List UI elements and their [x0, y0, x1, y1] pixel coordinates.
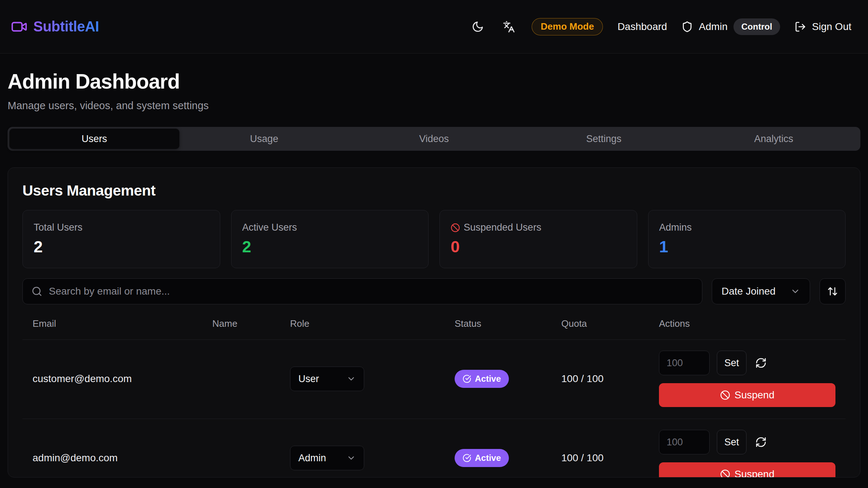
refresh-quota-button[interactable]	[754, 435, 768, 449]
languages-icon	[503, 21, 515, 33]
log-out-icon	[795, 21, 806, 33]
search-box	[22, 278, 702, 304]
main-content: Admin Dashboard Manage users, videos, an…	[0, 69, 868, 478]
stat-value: 1	[659, 237, 835, 256]
status-badge: Active	[455, 449, 509, 467]
stat-card-admins: Admins 1	[648, 210, 846, 268]
quota-actions: Set	[659, 351, 835, 375]
stat-card-total-users: Total Users 2	[22, 210, 220, 268]
column-header-role: Role	[290, 318, 455, 329]
suspend-button-label: Suspend	[735, 468, 775, 478]
admin-indicator: Admin Control	[681, 18, 780, 35]
user-quota: 100 / 100	[561, 373, 659, 385]
tab-settings[interactable]: Settings	[519, 129, 689, 149]
quota-input[interactable]	[659, 351, 710, 375]
set-quota-button[interactable]: Set	[717, 351, 746, 375]
role-select[interactable]: Admin	[290, 446, 364, 470]
table-row: customer@demo.com User	[22, 340, 846, 419]
tab-videos[interactable]: Videos	[349, 129, 519, 149]
ban-icon	[720, 469, 730, 478]
role-select-value: Admin	[298, 453, 326, 464]
users-table: Email Name Role Status Quota Actions cus…	[22, 318, 846, 478]
table-toolbar: Date Joined	[22, 278, 846, 304]
arrow-up-down-icon	[827, 286, 838, 297]
table-header-row: Email Name Role Status Quota Actions	[22, 318, 846, 340]
sort-direction-button[interactable]	[820, 278, 846, 304]
sign-out-label: Sign Out	[812, 21, 851, 33]
demo-mode-badge: Demo Mode	[532, 18, 603, 35]
search-icon	[31, 286, 42, 297]
stat-cards: Total Users 2 Active Users 2 Suspended U…	[22, 210, 846, 268]
row-actions: Set	[659, 351, 835, 407]
theme-toggle-button[interactable]	[469, 18, 486, 35]
user-email: admin@demo.com	[33, 452, 212, 464]
status-badge-label: Active	[475, 453, 501, 463]
check-circle-icon	[463, 374, 471, 383]
shield-icon	[681, 21, 693, 33]
user-email: customer@demo.com	[33, 373, 212, 385]
stat-value: 2	[34, 237, 209, 256]
moon-icon	[472, 21, 484, 33]
column-header-quota: Quota	[561, 318, 659, 329]
check-circle-icon	[463, 454, 471, 462]
tab-users[interactable]: Users	[9, 129, 179, 149]
column-header-email: Email	[33, 318, 212, 329]
stat-value: 2	[242, 237, 418, 256]
quota-actions: Set	[659, 430, 835, 454]
brand-logo[interactable]: SubtitleAI	[11, 18, 99, 35]
control-badge[interactable]: Control	[733, 18, 780, 35]
status-badge-label: Active	[475, 374, 501, 384]
status-badge: Active	[455, 370, 509, 388]
tab-bar: Users Usage Videos Settings Analytics	[8, 127, 860, 151]
users-management-panel: Users Management Total Users 2 Active Us…	[8, 167, 860, 478]
role-select[interactable]: User	[290, 367, 364, 391]
chevron-down-icon	[790, 286, 800, 296]
user-quota: 100 / 100	[561, 452, 659, 464]
chevron-down-icon	[346, 374, 356, 384]
nav-right: Demo Mode Dashboard Admin Control Sign O…	[469, 18, 851, 35]
sort-field-value: Date Joined	[722, 286, 775, 297]
sort-field-select[interactable]: Date Joined	[712, 278, 810, 304]
page-title: Admin Dashboard	[8, 69, 860, 93]
column-header-name: Name	[212, 318, 290, 329]
column-header-status: Status	[455, 318, 561, 329]
stat-value: 0	[451, 237, 626, 256]
page-subtitle: Manage users, videos, and system setting…	[8, 100, 860, 112]
sign-out-button[interactable]: Sign Out	[795, 21, 851, 33]
tab-usage[interactable]: Usage	[179, 129, 349, 149]
stat-card-active-users: Active Users 2	[231, 210, 429, 268]
role-select-value: User	[298, 373, 319, 385]
refresh-icon	[755, 436, 767, 448]
stat-label: Suspended Users	[451, 222, 626, 233]
stat-label: Admins	[659, 222, 835, 233]
tab-analytics[interactable]: Analytics	[689, 129, 859, 149]
stat-label: Total Users	[34, 222, 209, 233]
chevron-down-icon	[346, 453, 356, 463]
admin-label: Admin	[699, 21, 727, 33]
brand-name: SubtitleAI	[33, 18, 99, 35]
suspend-button[interactable]: Suspend	[659, 462, 835, 478]
panel-title: Users Management	[22, 182, 846, 199]
refresh-icon	[755, 357, 767, 369]
set-quota-button[interactable]: Set	[717, 430, 746, 454]
ban-icon	[451, 223, 460, 232]
stat-label-text: Suspended Users	[464, 222, 541, 233]
language-button[interactable]	[501, 18, 517, 35]
top-nav: SubtitleAI Demo Mode Dashboard	[0, 0, 868, 53]
row-actions: Set	[659, 430, 835, 478]
ban-icon	[720, 390, 730, 400]
dashboard-link[interactable]: Dashboard	[617, 21, 667, 33]
video-camera-icon	[11, 18, 27, 35]
stat-label: Active Users	[242, 222, 418, 233]
search-input[interactable]	[49, 286, 693, 297]
quota-input[interactable]	[659, 430, 710, 454]
table-row: admin@demo.com Admin	[22, 419, 846, 478]
column-header-actions: Actions	[659, 318, 835, 329]
suspend-button[interactable]: Suspend	[659, 383, 835, 407]
refresh-quota-button[interactable]	[754, 356, 768, 370]
stat-card-suspended-users: Suspended Users 0	[439, 210, 637, 268]
suspend-button-label: Suspend	[735, 389, 775, 401]
